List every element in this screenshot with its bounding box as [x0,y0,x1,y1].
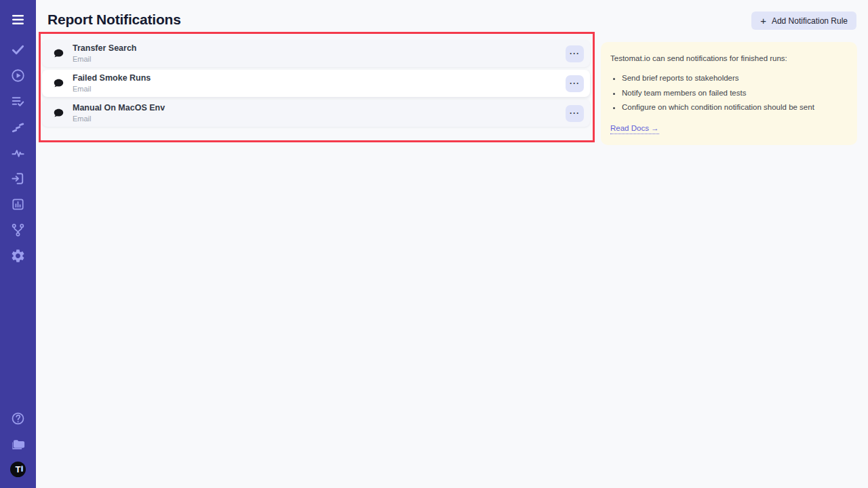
sidebar-item-tests[interactable] [9,41,28,58]
row-menu-button[interactable]: ··· [566,105,584,122]
sidebar-item-import[interactable] [9,170,28,186]
hamburger-icon [9,12,26,28]
info-bullet-list: Send brief reports to stakeholders Notif… [610,73,848,112]
rule-text: Manual On MacOS Env Email [73,103,165,123]
sidebar-item-milestones[interactable] [9,119,28,135]
sidebar-item-run-plans[interactable] [9,93,28,109]
page-title: Report Notifications [47,12,181,28]
info-bullet: Configure on which condition notificatio… [622,102,848,112]
rule-channel: Email [73,85,151,93]
read-docs-link[interactable]: Read Docs → [610,123,659,134]
sidebar-item-pulse[interactable] [9,144,28,161]
row-menu-button[interactable]: ··· [566,75,584,92]
sidebar-item-help[interactable] [9,410,28,426]
gear-icon [10,248,26,264]
info-panel: Testomat.io can send notifications for f… [601,42,857,145]
rule-title: Transfer Search [73,43,137,54]
notification-rule-row[interactable]: Failed Smoke Runs Email ··· [42,70,590,97]
import-icon [10,171,26,186]
sidebar: T [0,0,36,488]
rule-title: Failed Smoke Runs [73,73,151,83]
chat-bubble-icon [53,48,64,60]
sidebar-item-projects[interactable] [9,436,28,452]
help-icon [10,411,26,426]
sidebar-item-runs[interactable] [9,67,28,83]
rule-channel: Email [73,55,137,63]
rule-channel: Email [73,115,165,123]
pulse-icon [10,145,26,161]
sidebar-item-settings[interactable] [9,247,28,264]
notification-rule-row[interactable]: Manual On MacOS Env Email ··· [42,100,590,127]
chat-bubble-icon [53,78,64,89]
folder-icon [10,436,26,452]
info-panel-intro: Testomat.io can send notifications for f… [610,54,848,63]
check-icon [10,42,26,58]
testomat-logo: T [10,462,26,477]
plus-icon: + [760,16,766,26]
menu-button[interactable] [9,12,28,28]
app-window: T Report Notifications + Add Notificatio… [0,0,868,488]
notification-rules-list: Transfer Search Email ··· Failed Smoke R… [42,40,590,129]
play-circle-icon [10,68,26,83]
add-notification-rule-button[interactable]: + Add Notification Rule [751,12,856,30]
branch-icon [10,222,26,238]
logo-letter: T [16,464,21,474]
steps-icon [10,119,26,135]
info-bullet: Notify team members on failed tests [622,88,848,98]
rule-title: Manual On MacOS Env [73,103,165,113]
rule-text: Transfer Search Email [73,43,137,63]
row-menu-button[interactable]: ··· [566,45,584,62]
account-button[interactable]: T [9,461,28,477]
add-notification-rule-label: Add Notification Rule [772,16,848,26]
notification-rule-row[interactable]: Transfer Search Email ··· [42,40,590,67]
rule-text: Failed Smoke Runs Email [73,73,151,93]
info-bullet: Send brief reports to stakeholders [622,73,848,83]
bar-chart-icon [10,197,26,212]
chat-bubble-icon [53,108,64,119]
run-list-icon [10,94,26,109]
sidebar-item-branches[interactable] [9,222,28,238]
sidebar-item-analytics[interactable] [9,196,28,212]
